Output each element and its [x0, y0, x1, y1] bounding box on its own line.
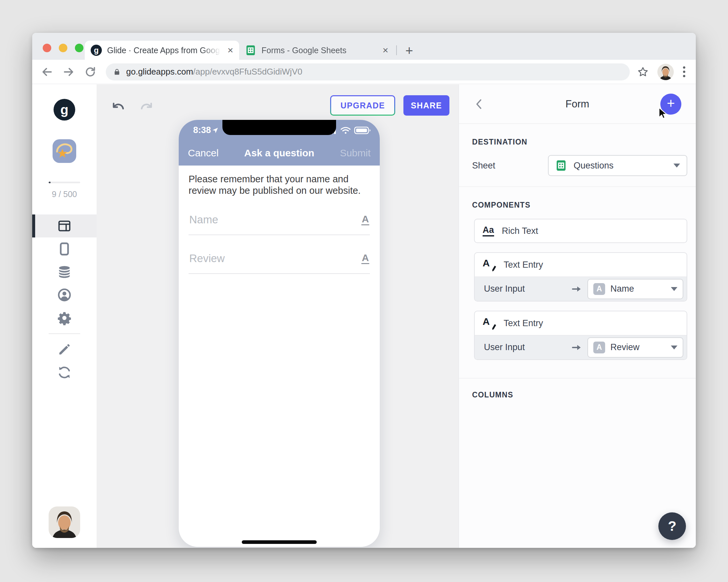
location-arrow-icon: [212, 127, 219, 134]
glide-favicon: g: [91, 45, 102, 56]
back-chevron-icon[interactable]: [473, 98, 485, 111]
tab-strip: g Glide · Create Apps from Googl × Forms…: [32, 33, 696, 60]
sidebar-item-edit[interactable]: [32, 338, 97, 361]
arrow-right-icon: [572, 285, 583, 294]
forward-icon[interactable]: [62, 66, 75, 78]
undo-icon[interactable]: [111, 101, 126, 114]
chevron-down-icon: [673, 164, 680, 167]
user-circle-icon: [57, 287, 72, 302]
chevron-down-icon: [671, 287, 677, 291]
binding-label: User Input: [484, 342, 525, 352]
url-path: /app/evxvq8FfuS5dGidiWjV0: [193, 67, 302, 77]
field-placeholder: Name: [189, 213, 218, 226]
text-column-icon: A: [593, 283, 605, 295]
sheet-label: Sheet: [472, 161, 495, 171]
component-label: Text Entry: [503, 260, 543, 270]
phone-icon: [57, 241, 72, 257]
bookmark-star-icon[interactable]: [637, 66, 649, 78]
component-card-text-entry-name[interactable]: A Text Entry User Input A Name: [474, 252, 687, 301]
form-nav-bar: Cancel Ask a question Submit: [188, 146, 370, 160]
chevron-down-icon: [671, 346, 677, 349]
close-icon[interactable]: ×: [227, 45, 233, 55]
help-button[interactable]: ?: [658, 512, 686, 540]
home-indicator: [242, 540, 317, 544]
sidebar-item-phone[interactable]: [32, 237, 97, 261]
columns-heading: COLUMNS: [472, 391, 683, 399]
editor-canvas: UPGRADE SHARE 8:38 Can: [97, 84, 459, 548]
component-card-text-entry-review[interactable]: A Text Entry User Input A Review: [474, 311, 687, 360]
layout-icon: [57, 218, 72, 234]
app-content: g 9 / 500: [32, 84, 696, 548]
component-card-rich-text[interactable]: Aa Rich Text: [474, 219, 687, 243]
sheets-icon: [245, 45, 256, 56]
sidebar-item-data[interactable]: [32, 261, 97, 284]
text-column-icon: A: [593, 342, 605, 353]
tab-glide[interactable]: g Glide · Create Apps from Googl ×: [85, 41, 239, 60]
name-field[interactable]: Name A: [188, 196, 370, 235]
user-avatar[interactable]: [49, 506, 80, 538]
upgrade-button[interactable]: UPGRADE: [330, 95, 395, 115]
binding-row: User Input A Review: [475, 335, 686, 359]
review-field[interactable]: Review A: [188, 235, 370, 274]
url-host: go.glideapps.com: [126, 67, 193, 77]
inspector-panel: Form + DESTINATION Sheet Questions COMPO…: [459, 84, 696, 548]
panel-title: Form: [565, 98, 589, 110]
menu-dots-icon[interactable]: [681, 64, 687, 79]
wifi-icon: [340, 126, 351, 135]
form-body: Please remember that your name and revie…: [179, 165, 380, 274]
browser-toolbar: go.glideapps.com/app/evxvq8FfuS5dGidiWjV…: [32, 60, 696, 84]
text-entry-icon: A: [483, 258, 496, 271]
text-entry-icon: A: [483, 317, 496, 330]
app-icon[interactable]: [53, 139, 76, 163]
glide-logo[interactable]: g: [54, 99, 75, 121]
sheet-dropdown[interactable]: Questions: [548, 155, 687, 176]
sidebar-item-settings[interactable]: [32, 307, 97, 329]
rich-text-icon: Aa: [483, 225, 494, 236]
rich-text-content: Please remember that your name and revie…: [188, 174, 366, 196]
zoom-window-button[interactable]: [75, 44, 83, 52]
status-time: 8:38: [193, 125, 211, 135]
phone-preview: 8:38 Cancel Ask a question Submit: [179, 120, 380, 547]
share-button[interactable]: SHARE: [404, 95, 449, 115]
sidebar-item-layout[interactable]: [32, 214, 97, 237]
redo-icon[interactable]: [139, 101, 154, 114]
field-placeholder: Review: [189, 252, 225, 265]
close-window-button[interactable]: [43, 44, 51, 52]
database-icon: [57, 264, 72, 280]
back-icon[interactable]: [41, 66, 53, 78]
reload-icon[interactable]: [84, 66, 97, 78]
sidebar-item-users[interactable]: [32, 284, 97, 307]
sheet-row: Sheet Questions: [472, 155, 687, 176]
component-label: Rich Text: [502, 226, 539, 236]
component-label: Text Entry: [503, 318, 543, 328]
destination-heading: DESTINATION: [472, 138, 683, 147]
sheet-value: Questions: [574, 161, 614, 171]
column-dropdown[interactable]: A Review: [588, 337, 683, 358]
phone-header: 8:38 Cancel Ask a question Submit: [179, 120, 380, 165]
text-format-icon: A: [361, 214, 369, 226]
row-usage-count: 9 / 500: [32, 189, 97, 199]
sidebar-item-sync[interactable]: [32, 361, 97, 384]
gear-icon: [57, 310, 72, 325]
profile-avatar[interactable]: [657, 64, 674, 80]
battery-icon: [354, 126, 371, 135]
new-tab-button[interactable]: +: [406, 44, 413, 57]
binding-row: User Input A Name: [475, 276, 686, 301]
pencil-icon: [57, 342, 72, 357]
arrow-right-icon: [572, 343, 583, 352]
glide-sidebar: g 9 / 500: [32, 84, 97, 548]
usage-progress: [49, 182, 80, 183]
column-value: Name: [610, 284, 634, 294]
section-divider: [459, 187, 696, 187]
submit-button[interactable]: Submit: [340, 148, 370, 159]
address-bar[interactable]: go.glideapps.com/app/evxvq8FfuS5dGidiWjV…: [106, 63, 630, 80]
close-icon[interactable]: ×: [382, 45, 388, 55]
column-value: Review: [610, 342, 640, 352]
components-heading: COMPONENTS: [472, 201, 683, 210]
tab-divider: [396, 45, 397, 55]
minimize-window-button[interactable]: [59, 44, 67, 52]
sheets-icon: [555, 160, 567, 171]
column-dropdown[interactable]: A Name: [588, 279, 683, 299]
tab-sheets[interactable]: Forms - Google Sheets ×: [239, 41, 394, 60]
traffic-lights: [43, 44, 83, 52]
